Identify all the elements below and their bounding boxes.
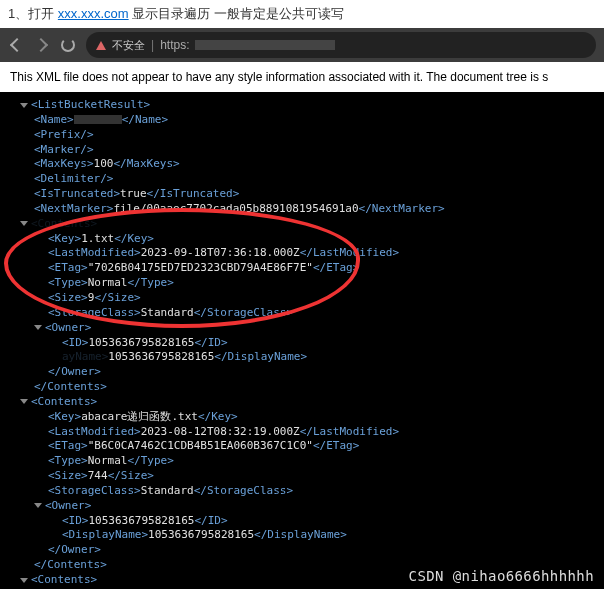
xml-owner-close: </Owner> [4,365,604,380]
xml-lastmodified: <LastModified>2023-09-18T07:36:18.000Z</… [4,246,604,261]
xml-etag: <ETag>"7026B04175ED7ED2323CBD79A4E86F7E"… [4,261,604,276]
back-button[interactable] [8,37,24,53]
xml-nextmarker: <NextMarker>file/00aaec7702cada05b889108… [4,202,604,217]
xml-root-open[interactable]: <ListBucketResult> [4,98,604,113]
xml-contents-close: </Contents> [4,558,604,573]
collapse-icon[interactable] [34,503,42,508]
xml-key: <Key>1.txt</Key> [4,232,604,247]
address-bar[interactable]: 不安全 | https: [86,32,596,58]
xml-style-banner: This XML file does not appear to have an… [0,62,604,92]
caption-prefix: 1、打开 [8,6,58,21]
xml-name: <Name></Name> [4,113,604,128]
xml-storageclass: <StorageClass>Standard</StorageClass> [4,484,604,499]
xml-maxkeys: <MaxKeys>100</MaxKeys> [4,157,604,172]
xml-owner[interactable]: <Owner> [4,321,604,336]
redacted-name [74,115,122,124]
warning-icon [96,41,106,50]
xml-istruncated: <IsTruncated>true</IsTruncated> [4,187,604,202]
xml-type: <Type>Normal</Type> [4,454,604,469]
xml-contents[interactable]: <Contents> [4,395,604,410]
insecure-label: 不安全 [112,38,145,53]
xml-displayname: <DisplayName>1053636795828165</DisplayNa… [4,528,604,543]
xml-etag: <ETag>"B6C0CA7462C1CDB4B51EA060B367C1C0"… [4,439,604,454]
forward-button[interactable] [34,37,50,53]
xml-contents-close: </Contents> [4,380,604,395]
xml-contents[interactable]: <Contents> [4,573,604,588]
xml-prefix: <Prefix/> [4,128,604,143]
xml-owner-close: </Owner> [4,543,604,558]
xml-type: <Type>Normal</Type> [4,276,604,291]
xml-id: <ID>1053636795828165</ID> [4,514,604,529]
caption-line: 1、打开 xxx.xxx.com 显示目录遍历 一般肯定是公共可读写 [0,0,604,28]
collapse-icon[interactable] [20,399,28,404]
xml-size: <Size>744</Size> [4,469,604,484]
caption-link[interactable]: xxx.xxx.com [58,6,129,21]
xml-lastmodified: <LastModified>2023-08-12T08:32:19.000Z</… [4,425,604,440]
collapse-icon[interactable] [34,325,42,330]
url-redacted [195,40,335,50]
reload-button[interactable] [60,37,76,53]
xml-size: <Size>9</Size> [4,291,604,306]
xml-id: <ID>1053636795828165</ID> [4,336,604,351]
collapse-icon[interactable] [20,103,28,108]
collapse-icon[interactable] [20,221,28,226]
xml-owner[interactable]: <Owner> [4,499,604,514]
browser-toolbar: 不安全 | https: [0,28,604,62]
xml-delimiter: <Delimiter/> [4,172,604,187]
xml-displayname: ayName>1053636795828165</DisplayName> [4,350,604,365]
caption-suffix: 显示目录遍历 一般肯定是公共可读写 [129,6,344,21]
xml-contents[interactable]: <Contents> [4,217,604,232]
xml-storageclass: <StorageClass>Standard</StorageClass> [4,306,604,321]
xml-viewer: <ListBucketResult> <Name></Name> <Prefix… [0,92,604,589]
url-scheme: https: [160,38,189,52]
collapse-icon[interactable] [20,578,28,583]
xml-marker: <Marker/> [4,143,604,158]
xml-key: <Key>abacare递归函数.txt</Key> [4,410,604,425]
